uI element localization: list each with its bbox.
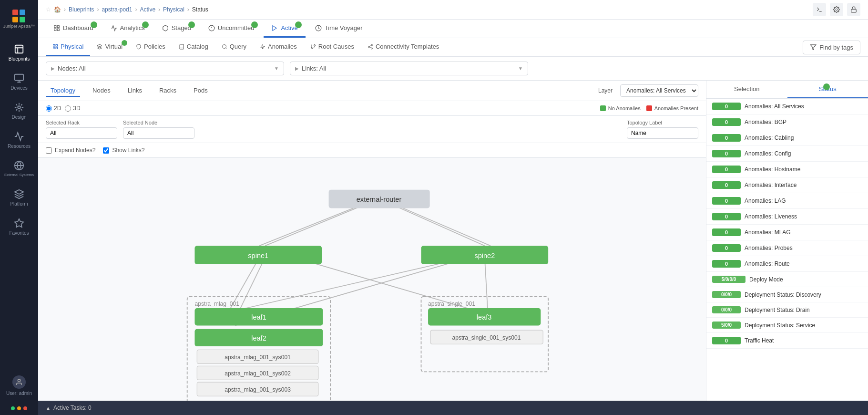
- sec-tab-physical-label: Physical: [61, 43, 83, 50]
- radio-2d-input[interactable]: [46, 105, 52, 112]
- sec-tab-catalog[interactable]: Catalog: [172, 38, 215, 56]
- topo-tab-topology[interactable]: Topology: [46, 85, 80, 97]
- layer-label: Layer: [598, 87, 613, 94]
- filter-icon: [810, 44, 817, 51]
- topo-label-group: Topology Label Name: [627, 120, 698, 139]
- user-profile[interactable]: User: admin: [0, 370, 38, 402]
- node-spine2-label: spine2: [474, 252, 495, 259]
- breadcrumb-pod[interactable]: apstra-pod1: [102, 6, 132, 13]
- status-row-5: 0 Anomalies: Interface: [706, 177, 868, 193]
- topology-toolbar: Topology Nodes Links Racks Pods Layer: [38, 81, 706, 101]
- tab-time-voyager[interactable]: Time Voyager: [307, 20, 370, 38]
- user-icon: [15, 378, 23, 386]
- expand-nodes-input[interactable]: [46, 147, 52, 154]
- topo-tab-pods[interactable]: Pods: [189, 85, 213, 97]
- settings-icon[interactable]: [830, 3, 843, 16]
- logo-cell-blue: [20, 10, 25, 15]
- tab-staged[interactable]: Staged: [154, 20, 199, 38]
- dashboard-icon: [53, 25, 60, 31]
- status-label-3: Anomalies: Config: [745, 150, 791, 157]
- breadcrumb-section[interactable]: Physical: [163, 6, 184, 13]
- breadcrumb-status1[interactable]: Active: [140, 6, 155, 13]
- sep4: ›: [158, 6, 160, 13]
- sidebar-item-devices[interactable]: Devices: [0, 67, 38, 96]
- sec-tab-policies-label: Policies: [144, 43, 165, 50]
- status-label-2: Anomalies: Cabling: [745, 135, 794, 141]
- tab-dashboard[interactable]: Dashboard: [46, 20, 101, 38]
- find-tags-button[interactable]: Find by tags: [803, 41, 860, 54]
- topo-label-select[interactable]: Name: [627, 127, 698, 139]
- sidebar-item-platform-label: Platform: [10, 201, 28, 207]
- sidebar-item-design-label: Design: [11, 114, 26, 120]
- topo-tab-links[interactable]: Links: [123, 85, 147, 97]
- sys-003-label: apstra_mlag_001_sys003: [225, 386, 291, 393]
- sec-tab-policies[interactable]: Policies: [129, 38, 172, 56]
- sys-002-label: apstra_mlag_001_sys002: [225, 370, 291, 377]
- svg-marker-4: [15, 218, 23, 227]
- dot-yellow: [17, 406, 21, 410]
- show-links-input[interactable]: [103, 147, 109, 154]
- sec-tab-connectivity[interactable]: Connectivity Templates: [361, 38, 446, 56]
- status-row-1: 0 Anomalies: BGP: [706, 114, 868, 130]
- topology-main: Topology Nodes Links Racks Pods Layer: [38, 81, 706, 401]
- rack-select[interactable]: All: [46, 127, 117, 139]
- expand-nodes-checkbox[interactable]: Expand Nodes?: [46, 147, 95, 154]
- status-badge-8: 0: [712, 228, 741, 236]
- svg-marker-16: [273, 25, 276, 31]
- breadcrumb-actions: [813, 3, 860, 16]
- view-options: 2D 3D No Anomalies Anomalie: [38, 101, 706, 116]
- virtual-icon: [97, 44, 102, 50]
- sidebar-item-platform[interactable]: Platform: [0, 183, 38, 212]
- link-spine2-leaf3: [485, 257, 488, 308]
- node-select[interactable]: All: [123, 127, 194, 139]
- status-label-5: Anomalies: Interface: [745, 182, 797, 188]
- sec-tab-anomalies[interactable]: Anomalies: [253, 38, 304, 56]
- radio-3d-input[interactable]: [65, 105, 71, 112]
- topo-tab-racks[interactable]: Racks: [154, 85, 181, 97]
- bottom-bar[interactable]: ▲ Active Tasks: 0: [38, 401, 868, 415]
- radio-3d[interactable]: 3D: [65, 105, 80, 112]
- svg-point-7: [836, 9, 837, 10]
- terminal-icon[interactable]: [813, 3, 826, 16]
- legend-no-anomalies: No Anomalies: [600, 105, 641, 111]
- status-label-4: Anomalies: Hostname: [745, 166, 800, 173]
- svg-line-32: [369, 47, 371, 48]
- links-filter[interactable]: ▶ Links: All ▼: [290, 62, 528, 75]
- status-badge-5: 0: [712, 181, 741, 189]
- topology-canvas[interactable]: external-router spine1 spine2 apstra_mla…: [38, 158, 706, 401]
- tab-analytics[interactable]: Analytics: [103, 20, 153, 38]
- show-links-checkbox[interactable]: Show Links?: [103, 147, 144, 154]
- sec-tab-query[interactable]: Query: [215, 38, 253, 56]
- sidebar-item-external[interactable]: External Systems: [0, 155, 38, 183]
- policies-icon: [136, 44, 142, 50]
- star-icon[interactable]: ☆: [46, 6, 51, 13]
- status-badge-1: 0: [712, 118, 741, 126]
- sec-tab-physical[interactable]: Physical: [46, 38, 90, 56]
- radio-2d[interactable]: 2D: [46, 105, 61, 112]
- status-badge-3: 0: [712, 150, 741, 157]
- status-label-6: Anomalies: LAG: [745, 197, 786, 204]
- sidebar-item-blueprints[interactable]: Blueprints: [0, 38, 38, 67]
- nav-tabs: Dashboard Analytics Staged Uncommitted A…: [38, 20, 868, 38]
- breadcrumb-blueprints[interactable]: Blueprints: [69, 6, 94, 13]
- sec-tab-root-causes[interactable]: Root Causes: [304, 38, 361, 56]
- svg-marker-22: [97, 44, 102, 47]
- node-leaf2-label: leaf2: [251, 334, 266, 342]
- status-label-7: Anomalies: Liveness: [745, 213, 797, 220]
- topo-tab-nodes[interactable]: Nodes: [88, 85, 115, 97]
- uncommitted-icon: [208, 25, 215, 31]
- show-links-label: Show Links?: [112, 147, 144, 154]
- sidebar-item-favorites[interactable]: Favorites: [0, 212, 38, 241]
- status-label-12: Deployment Status: Discovery: [745, 291, 821, 298]
- tab-active[interactable]: Active: [264, 20, 305, 38]
- tab-uncommitted-badge: [251, 21, 258, 28]
- layer-select[interactable]: Anomalies: All Services Anomalies: BGP A…: [620, 84, 698, 97]
- breadcrumb-home[interactable]: 🏠: [54, 6, 61, 13]
- lock-icon[interactable]: [847, 3, 860, 16]
- topo-tab-links-label: Links: [128, 87, 142, 94]
- tab-uncommitted[interactable]: Uncommitted: [201, 20, 262, 38]
- sidebar-item-design[interactable]: Design: [0, 96, 38, 125]
- nodes-filter[interactable]: ▶ Nodes: All ▼: [46, 62, 284, 75]
- rp-tab-selection[interactable]: Selection: [706, 81, 787, 98]
- sidebar-item-resources[interactable]: Resources: [0, 125, 38, 155]
